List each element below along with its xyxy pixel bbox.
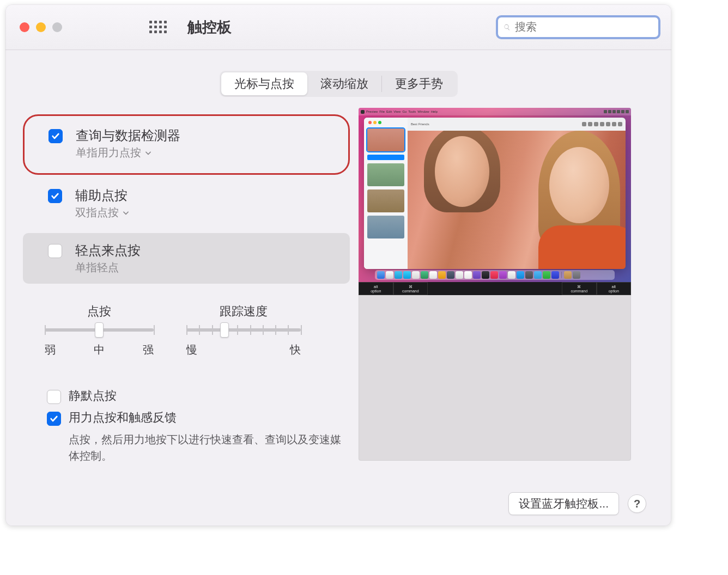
click-label-weak: 弱: [45, 342, 56, 357]
gesture-preview: PreviewFileEditViewGoToolsWindowHelp: [359, 108, 631, 461]
force-checkbox[interactable]: [47, 412, 61, 426]
preview-app-window: Best Friends: [364, 118, 626, 269]
window-title: 触控板: [187, 17, 232, 37]
preview-screen: PreviewFileEditViewGoToolsWindowHelp: [359, 108, 631, 282]
preview-touchbar: altoption ⌘command ⌘command altoption: [359, 282, 631, 295]
click-slider[interactable]: [45, 328, 154, 332]
show-all-icon[interactable]: [149, 21, 167, 33]
preview-main: Best Friends: [408, 118, 626, 269]
close-window-button[interactable]: [20, 22, 29, 32]
option-secondary-click[interactable]: 辅助点按 双指点按: [23, 178, 350, 229]
tab-scroll-zoom[interactable]: 滚动缩放: [307, 72, 381, 95]
silent-checkbox[interactable]: [47, 390, 61, 404]
tap-checkbox[interactable]: [48, 244, 62, 258]
silent-click-row: 静默点按: [47, 388, 350, 404]
minimize-window-button[interactable]: [36, 22, 46, 32]
tracking-label-fast: 快: [290, 342, 301, 357]
nav-arrows: [105, 22, 121, 32]
tracking-slider-thumb[interactable]: [220, 322, 229, 338]
secondary-checkbox[interactable]: [48, 189, 62, 203]
sliders: 点按 弱 中 强: [23, 303, 350, 357]
preview-menubar: PreviewFileEditViewGoToolsWindowHelp: [359, 108, 631, 115]
setup-bluetooth-trackpad-button[interactable]: 设置蓝牙触控板...: [508, 492, 619, 515]
tracking-slider-title: 跟踪速度: [220, 303, 268, 320]
thumbnail-2: [367, 163, 404, 186]
chevron-down-icon: [122, 209, 130, 217]
option-tap-to-click[interactable]: 轻点来点按 单指轻点: [23, 233, 350, 284]
apple-icon: [361, 110, 365, 114]
preview-dock: [375, 270, 615, 280]
tap-sub: 单指轻点: [75, 260, 141, 275]
search-box[interactable]: [496, 15, 660, 39]
thumbnail-3: [367, 189, 404, 212]
click-label-medium: 中: [94, 342, 105, 357]
thumbnail-1-label: [367, 155, 404, 160]
thumbnail-4: [367, 216, 404, 238]
lookup-checkbox[interactable]: [48, 129, 63, 143]
force-label: 用力点按和触感反馈: [69, 409, 177, 426]
preview-photo: [408, 131, 626, 269]
preview-sidebar: [364, 118, 408, 269]
tab-point-click[interactable]: 光标与点按: [221, 72, 307, 95]
force-description: 点按，然后用力地按下以进行快速查看、查询以及变速媒体控制。: [69, 431, 341, 464]
search-input[interactable]: [515, 21, 653, 33]
option-lookup[interactable]: 查询与数据检测器 单指用力点按: [23, 114, 350, 175]
tap-title: 轻点来点按: [75, 242, 141, 259]
tracking-label-slow: 慢: [186, 342, 197, 357]
thumbnail-1: [367, 129, 404, 151]
lookup-title: 查询与数据检测器: [76, 127, 180, 144]
bottom-options: 静默点按 用力点按和触感反馈 点按，然后用力地按下以进行快速查看、查询以及变速媒…: [23, 388, 350, 464]
silent-label: 静默点按: [69, 388, 117, 404]
force-click-row: 用力点按和触感反馈: [47, 409, 350, 426]
toolbar: 触控板: [5, 4, 671, 50]
click-slider-group: 点按 弱 中 强: [45, 303, 154, 357]
secondary-sub-dropdown[interactable]: 双指点按: [75, 205, 130, 220]
help-button[interactable]: ?: [628, 494, 646, 513]
click-slider-thumb[interactable]: [95, 322, 104, 338]
tab-more-gestures[interactable]: 更多手势: [382, 72, 456, 95]
secondary-title: 辅助点按: [75, 187, 130, 204]
search-icon: [503, 21, 511, 33]
lookup-sub-dropdown[interactable]: 单指用力点按: [76, 145, 180, 160]
click-label-strong: 强: [143, 342, 154, 357]
tracking-slider-group: 跟踪速度 慢 快: [186, 303, 301, 357]
click-slider-title: 点按: [87, 303, 111, 320]
tracking-slider[interactable]: [186, 328, 301, 332]
tabs: 光标与点按 滚动缩放 更多手势: [5, 71, 671, 97]
footer: 设置蓝牙触控板... ?: [508, 492, 646, 515]
options-column: 查询与数据检测器 单指用力点按 辅助点按 双指点按: [23, 108, 350, 464]
traffic-lights: [20, 22, 62, 32]
system-preferences-window: 触控板 光标与点按 滚动缩放 更多手势 查询与数据检测器 单指用力点按: [5, 4, 671, 526]
chevron-down-icon: [144, 149, 152, 157]
zoom-window-button: [52, 22, 62, 32]
preview-column: PreviewFileEditViewGoToolsWindowHelp: [350, 108, 646, 464]
content: 查询与数据检测器 单指用力点按 辅助点按 双指点按: [5, 97, 671, 464]
